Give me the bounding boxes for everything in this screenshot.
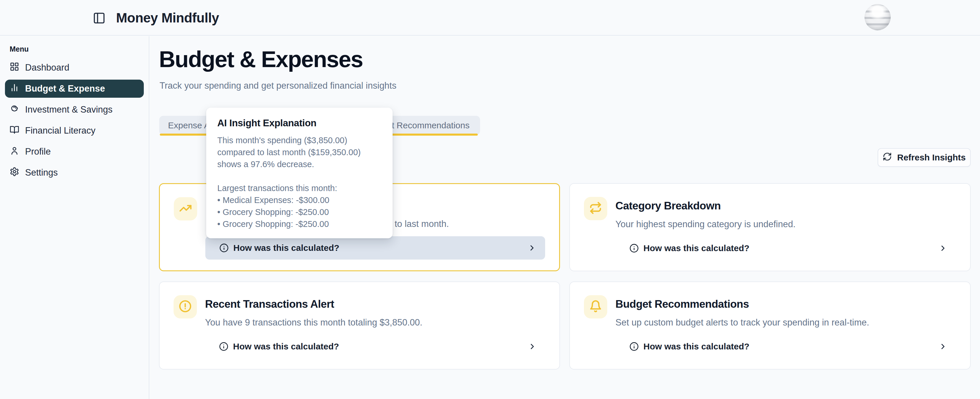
card-title: Category Breakdown [616, 200, 956, 212]
tooltip-title: AI Insight Explanation [217, 118, 382, 129]
how-calculated-link[interactable]: How was this calculated? [616, 335, 956, 358]
how-calculated-label: How was this calculated? [643, 243, 749, 253]
user-avatar[interactable] [864, 4, 891, 30]
sidebar-section-label: Menu [10, 45, 29, 53]
card-icon-box [174, 197, 197, 221]
card-icon-box [584, 197, 607, 220]
how-calculated-label: How was this calculated? [233, 342, 339, 351]
sidebar-item-label: Settings [25, 167, 58, 178]
how-calculated-link[interactable]: How was this calculated? [205, 236, 545, 259]
info-icon [629, 342, 639, 351]
user-icon [10, 146, 19, 158]
card-icon-box [173, 295, 197, 318]
page-subtitle: Track your spending and get personalized… [159, 81, 396, 91]
sidebar-item-label: Dashboard [25, 62, 69, 73]
info-icon [219, 342, 228, 351]
tooltip-body: This month's spending ($3,850.00) compar… [217, 135, 382, 171]
info-icon [629, 243, 639, 253]
sidebar-item-budget-expense[interactable]: Budget & Expense [5, 79, 144, 98]
tooltip-bullet: • Grocery Shopping: -$250.00 [217, 206, 382, 218]
piggy-bank-icon [10, 104, 19, 116]
card-body: Category Breakdown Your highest spending… [616, 197, 956, 258]
refresh-insights-button[interactable]: Refresh Insights [878, 148, 970, 167]
card-body: Budget Recommendations Set up custom bud… [616, 295, 956, 356]
page-title: Budget & Expenses [159, 46, 363, 73]
chevron-right-icon [528, 243, 536, 252]
how-calculated-label: How was this calculated? [643, 342, 749, 351]
info-icon [220, 243, 229, 253]
recent-transactions-card: Recent Transactions Alert You have 9 tra… [159, 281, 560, 370]
dashboard-grid-icon [10, 62, 19, 74]
gear-icon [10, 167, 19, 179]
sidebar-item-label: Financial Literacy [25, 126, 95, 136]
card-description: Set up custom budget alerts to track you… [616, 317, 956, 328]
how-calculated-link[interactable]: How was this calculated? [205, 335, 546, 358]
ai-insight-tooltip: AI Insight Explanation This month's spen… [206, 108, 393, 238]
chevron-right-icon [939, 244, 947, 253]
open-book-icon [10, 125, 19, 137]
tooltip-list-intro: Largest transactions this month: [217, 182, 382, 194]
app-header: Money Mindfully [0, 0, 980, 36]
app-root: Money Mindfully Menu Dashboard [0, 0, 980, 399]
sidebar-item-label: Investment & Savings [25, 105, 113, 115]
app-title: Money Mindfully [116, 10, 219, 25]
sidebar: Menu Dashboard Budget & Expense [0, 36, 150, 399]
trending-up-icon [179, 202, 192, 216]
sidebar-item-dashboard[interactable]: Dashboard [0, 57, 149, 78]
bell-icon [589, 300, 602, 314]
refresh-insights-label: Refresh Insights [897, 153, 966, 162]
card-title: Budget Recommendations [616, 298, 956, 310]
card-description: You have 9 transactions this month total… [205, 317, 546, 328]
category-breakdown-card: Category Breakdown Your highest spending… [570, 183, 970, 271]
sidebar-item-financial-literacy[interactable]: Financial Literacy [0, 120, 149, 141]
chevron-right-icon [939, 342, 947, 351]
tooltip-spacer [217, 171, 382, 182]
sidebar-item-label: Budget & Expense [25, 83, 105, 94]
how-calculated-link[interactable]: How was this calculated? [616, 237, 956, 260]
repeat-icon [589, 202, 602, 216]
sidebar-item-settings[interactable]: Settings [0, 162, 149, 183]
panel-left-icon [93, 21, 106, 25]
sidebar-item-investment-savings[interactable]: Investment & Savings [0, 99, 149, 120]
sidebar-toggle-button[interactable] [93, 12, 106, 24]
card-icon-box [584, 295, 607, 318]
bar-chart-icon [10, 83, 19, 95]
tooltip-bullet: • Medical Expenses: -$300.00 [217, 194, 382, 206]
budget-recommendations-card: Budget Recommendations Set up custom bud… [570, 281, 970, 370]
alert-circle-icon [179, 300, 192, 314]
sidebar-item-profile[interactable]: Profile [0, 141, 149, 162]
tooltip-bullet: • Grocery Shopping: -$250.00 [217, 218, 382, 230]
card-title: Recent Transactions Alert [205, 298, 546, 310]
card-description: Your highest spending category is undefi… [616, 219, 956, 229]
card-body: Recent Transactions Alert You have 9 tra… [205, 295, 546, 356]
refresh-icon [883, 152, 892, 163]
sidebar-nav: Dashboard Budget & Expense [0, 57, 149, 183]
how-calculated-label: How was this calculated? [233, 243, 339, 253]
sidebar-item-label: Profile [25, 146, 51, 157]
chevron-right-icon [528, 342, 537, 351]
main-content: Budget & Expenses Track your spending an… [150, 36, 980, 399]
